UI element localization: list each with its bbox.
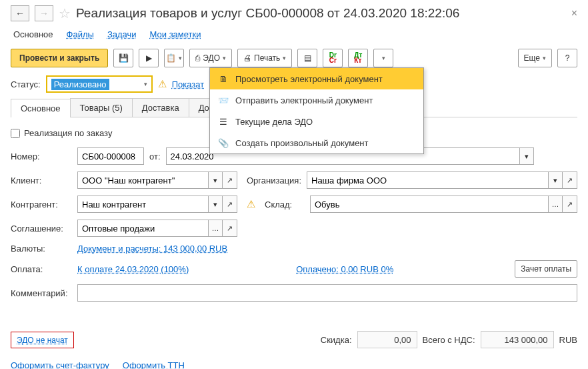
send-icon: 📨	[218, 95, 229, 105]
edo-menu-view-label: Просмотреть электронный документ	[235, 74, 383, 84]
edo-status-box: ЭДО не начат	[11, 332, 74, 348]
agreement-open-button[interactable]: ↗	[223, 220, 237, 237]
page-title: Реализация товаров и услуг СБ00-000008 о…	[76, 6, 459, 21]
edo-menu-create-label: Создать произвольный документ	[235, 138, 369, 148]
edo-menu-view[interactable]: 🗎 Просмотреть электронный документ	[210, 68, 423, 89]
post-and-close-button[interactable]: Провести и закрыть	[11, 49, 108, 67]
chevron-down-icon: ▾	[223, 55, 226, 61]
more-button[interactable]: Еще ▾	[518, 49, 552, 67]
copy-icon: 📋	[166, 53, 176, 63]
dtkt-icon: ДтКт	[354, 53, 362, 63]
tab-delivery[interactable]: Доставка	[132, 98, 189, 117]
chevron-down-icon: ▾	[144, 81, 147, 87]
org-label: Организация:	[247, 175, 307, 186]
dtkt-button[interactable]: ДтКт	[348, 49, 368, 67]
nav-forward-button[interactable]: →	[35, 5, 53, 21]
org-open-button[interactable]: ↗	[563, 171, 577, 189]
favorite-star-icon[interactable]: ☆	[59, 5, 71, 21]
by-order-label: Реализация по заказу	[24, 128, 112, 138]
edo-menu-current[interactable]: ☰ Текущие дела ЭДО	[210, 111, 423, 132]
close-icon[interactable]: ×	[571, 7, 577, 19]
print-button[interactable]: 🖨 Печать ▾	[237, 49, 292, 67]
by-order-checkbox[interactable]	[11, 129, 20, 138]
navtab-notes[interactable]: Мои заметки	[150, 29, 201, 39]
edo-menu-send-label: Отправить электронный документ	[235, 95, 373, 105]
date-picker-button[interactable]: ▾	[519, 147, 534, 165]
navtab-tasks[interactable]: Задачи	[107, 29, 137, 39]
number-input[interactable]	[77, 147, 144, 165]
help-button[interactable]: ?	[557, 49, 577, 67]
offset-payment-button[interactable]: Зачет оплаты	[515, 260, 577, 278]
printer-icon: 🖨	[243, 53, 251, 63]
report-icon: ▤	[304, 53, 311, 63]
payment-label: Оплата:	[11, 264, 77, 274]
client-dropdown-button[interactable]: ▾	[208, 171, 223, 189]
edo-status-link[interactable]: ЭДО не начат	[17, 336, 68, 345]
print-label: Печать	[254, 53, 280, 63]
client-open-button[interactable]: ↗	[223, 171, 237, 189]
total-label: Всего с НДС:	[423, 335, 475, 345]
extra-action-button[interactable]: ▾	[373, 49, 393, 67]
edo-dropdown-menu: 🗎 Просмотреть электронный документ 📨 Отп…	[209, 67, 424, 154]
drcr-button[interactable]: DrCr	[323, 49, 343, 67]
toolbar: Провести и закрыть 💾 ▶ 📋▾ ⎙ ЭДО ▾ 🖨 Печа…	[11, 49, 577, 67]
currency-label: Валюты:	[11, 244, 77, 254]
date-label: от:	[149, 151, 161, 161]
comment-input[interactable]	[77, 284, 577, 302]
warehouse-input[interactable]	[310, 196, 548, 213]
number-label: Номер:	[11, 151, 77, 161]
report-button[interactable]: ▤	[297, 49, 317, 67]
tab-main[interactable]: Основное	[11, 99, 71, 117]
section-navtabs: Основное Файлы Задачи Мои заметки	[11, 29, 577, 39]
post-button[interactable]: ▶	[139, 49, 159, 67]
chevron-down-icon: ▾	[382, 55, 385, 61]
list-icon: ☰	[218, 116, 229, 127]
client-label: Клиент:	[11, 175, 77, 186]
drcr-icon: DrCr	[329, 53, 337, 63]
paid-link[interactable]: Оплачено: 0,00 RUB 0%	[296, 264, 393, 274]
edo-menu-current-label: Текущие дела ЭДО	[235, 117, 313, 127]
nav-back-button[interactable]: ←	[11, 5, 29, 21]
edo-label: ЭДО	[203, 53, 220, 63]
create-invoice-link[interactable]: Оформить счет-фактуру	[11, 360, 109, 369]
status-select[interactable]: Реализовано ▾	[46, 75, 153, 93]
more-label: Еще	[524, 53, 540, 63]
navtab-main[interactable]: Основное	[13, 29, 53, 39]
chevron-down-icon: ▾	[543, 55, 546, 61]
agreement-more-button[interactable]: …	[208, 220, 223, 237]
post-icon: ▶	[146, 53, 152, 63]
document-icon: 🗎	[218, 73, 229, 84]
edo-menu-create[interactable]: 📎 Создать произвольный документ	[210, 132, 423, 153]
payment-link[interactable]: К оплате 24.03.2020 (100%)	[77, 264, 189, 274]
contragent-label: Контрагент:	[11, 200, 77, 210]
navtab-files[interactable]: Файлы	[67, 29, 94, 39]
warehouse-label: Склад:	[265, 200, 310, 210]
contragent-input[interactable]	[77, 196, 208, 213]
status-label: Статус:	[11, 79, 41, 89]
status-value: Реализовано	[51, 79, 109, 90]
show-link[interactable]: Показат	[172, 79, 205, 89]
chevron-down-icon: ▾	[283, 55, 286, 61]
edo-button[interactable]: ⎙ ЭДО ▾	[189, 49, 232, 67]
agreement-input[interactable]	[77, 220, 208, 237]
org-input[interactable]	[307, 171, 548, 189]
warning-icon: ⚠	[158, 78, 167, 90]
client-input[interactable]	[77, 171, 208, 189]
currency-link[interactable]: Документ и расчеты: 143 000,00 RUB	[77, 244, 227, 254]
create-ttn-link[interactable]: Оформить ТТН	[123, 360, 185, 369]
chevron-down-icon: ▾	[525, 152, 529, 161]
comment-label: Комментарий:	[11, 288, 77, 298]
contragent-open-button[interactable]: ↗	[223, 196, 237, 213]
tab-goods[interactable]: Товары (5)	[70, 98, 133, 117]
warning-icon: ⚠	[247, 198, 255, 210]
warehouse-more-button[interactable]: …	[548, 196, 563, 213]
save-button[interactable]: 💾	[113, 49, 133, 67]
attach-icon: 📎	[218, 137, 229, 148]
edo-menu-send[interactable]: 📨 Отправить электронный документ	[210, 89, 423, 111]
contragent-dropdown-button[interactable]: ▾	[208, 196, 223, 213]
discount-label: Скидка:	[321, 335, 352, 345]
create-based-on-button[interactable]: 📋▾	[164, 49, 184, 67]
org-dropdown-button[interactable]: ▾	[548, 171, 563, 189]
warehouse-open-button[interactable]: ↗	[563, 196, 577, 213]
chevron-down-icon: ▾	[179, 55, 182, 61]
